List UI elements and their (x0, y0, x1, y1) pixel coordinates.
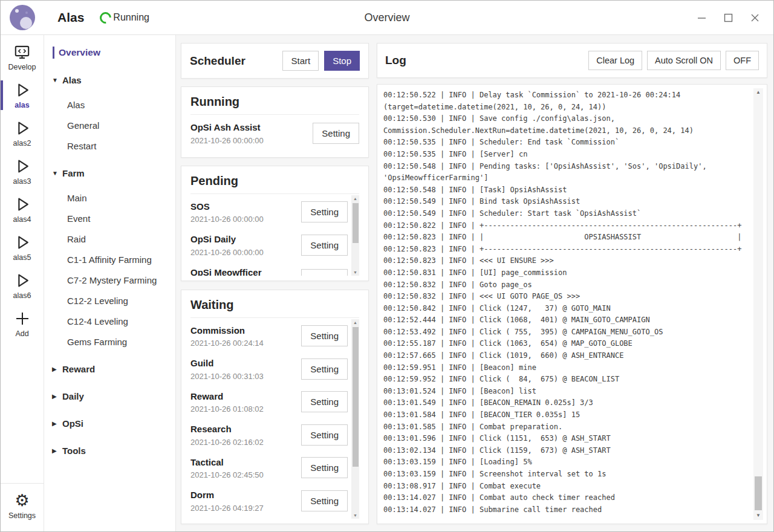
menu-item-label: C12-4 Leveling (67, 316, 128, 326)
rail-item-add[interactable]: Add (1, 305, 44, 343)
menu-item-alas[interactable]: Alas (44, 70, 175, 90)
log-scrollbar[interactable]: ▲ ▼ (753, 88, 763, 520)
setting-button[interactable]: Setting (301, 490, 348, 511)
gear-icon: ⚙ (15, 491, 29, 510)
setting-button[interactable]: Setting (301, 235, 348, 256)
setting-button[interactable]: Setting (301, 201, 348, 222)
waiting-card: Waiting Commission 2021-10-26 00:24:14 S… (181, 290, 369, 525)
menu-item-alas[interactable]: Alas (44, 94, 175, 115)
scroll-up-icon[interactable]: ▲ (756, 88, 761, 97)
setting-button[interactable]: Setting (301, 269, 348, 276)
overview-column: Scheduler Start Stop Running OpSi Ash As… (176, 35, 374, 531)
setting-button[interactable]: Setting (301, 358, 348, 380)
rail-item-alas5[interactable]: alas5 (1, 229, 44, 267)
menu-item-raid[interactable]: Raid (44, 229, 175, 249)
menu-item-opsi[interactable]: OpSi (44, 413, 175, 433)
menu-item-label: Alas (62, 75, 82, 85)
menu-item-label: Gems Farming (67, 337, 127, 347)
auto-scroll-off-button[interactable]: OFF (726, 51, 759, 70)
menu-item-c12-4-leveling[interactable]: C12-4 Leveling (44, 311, 175, 331)
rail-item-alas[interactable]: alas (1, 77, 44, 115)
scrollbar-thumb[interactable] (353, 203, 359, 244)
menu-item-tools[interactable]: Tools (44, 440, 175, 461)
pending-scrollbar[interactable]: ▲ ▼ (351, 195, 359, 276)
menu-item-gems-farming[interactable]: Gems Farming (44, 331, 175, 352)
menu-item-daily[interactable]: Daily (44, 386, 175, 406)
auto-scroll-on-button[interactable]: Auto Scroll ON (647, 51, 721, 70)
running-title: Running (190, 95, 359, 109)
rail-item-alas2[interactable]: alas2 (1, 115, 44, 153)
running-spinner-icon (97, 10, 114, 26)
menu-item-restart[interactable]: Restart (44, 135, 175, 156)
setting-button[interactable]: Setting (313, 123, 359, 144)
instance-rail: Develop alas alas2 alas3 (1, 35, 44, 531)
menu-item-label: C7-2 Mystery Farming (67, 275, 157, 285)
task-name: Reward (190, 391, 296, 403)
menu-item-farm[interactable]: Farm (44, 163, 175, 183)
scroll-up-icon[interactable]: ▲ (353, 319, 357, 326)
rail-item-settings[interactable]: ⚙ Settings (1, 487, 44, 525)
log-column: Log Clear Log Auto Scroll ON OFF 00:12:5… (374, 35, 773, 531)
rail-item-develop[interactable]: Develop (1, 39, 44, 77)
scheduler-card: Scheduler Start Stop (181, 43, 369, 79)
rail-item-label: Settings (8, 511, 36, 520)
scroll-down-icon[interactable]: ▼ (353, 269, 357, 276)
maximize-icon[interactable] (719, 8, 737, 27)
clear-log-button[interactable]: Clear Log (588, 51, 642, 70)
waiting-scrollbar[interactable]: ▲ ▼ (351, 319, 359, 519)
menu-item-c12-2-leveling[interactable]: C12-2 Leveling (44, 290, 175, 311)
log-header-card: Log Clear Log Auto Scroll ON OFF (377, 43, 767, 78)
play-icon (13, 81, 31, 99)
rail-item-label: alas3 (13, 177, 31, 186)
status-label: Running (113, 12, 149, 23)
menu-item-c1-1-affinity-farming[interactable]: C1-1 Affinity Farming (44, 249, 175, 270)
setting-button[interactable]: Setting (301, 424, 348, 446)
setting-button[interactable]: Setting (301, 325, 348, 346)
task-name: Research (190, 423, 296, 435)
main-area: Develop alas alas2 alas3 (1, 35, 773, 531)
menu-item-label: Restart (67, 141, 96, 151)
rail-item-label: Develop (8, 63, 36, 71)
task-row: OpSi Daily 2021-10-26 00:00:00 Setting (190, 228, 348, 261)
task-row: Dorm 2021-10-26 04:19:27 Setting (190, 484, 348, 517)
menu-item-label: General (67, 120, 99, 131)
rail-item-alas4[interactable]: alas4 (1, 191, 44, 229)
setting-button[interactable]: Setting (301, 457, 348, 478)
task-time: 2021-10-26 00:31:03 (190, 372, 296, 381)
task-time: 2021-10-26 00:00:00 (190, 248, 296, 257)
scheduler-status: Running (100, 12, 149, 24)
scrollbar-thumb[interactable] (755, 476, 762, 510)
scroll-down-icon[interactable]: ▼ (756, 511, 761, 520)
task-time: 2021-10-26 01:08:02 (190, 404, 296, 414)
scroll-up-icon[interactable]: ▲ (353, 195, 357, 202)
waiting-title: Waiting (190, 298, 359, 312)
rail-item-alas6[interactable]: alas6 (1, 267, 44, 305)
menu-item-general[interactable]: General (44, 115, 175, 135)
group-arrow-icon (52, 447, 62, 454)
task-name: OpSi Daily (190, 233, 296, 245)
rail-item-label: alas4 (13, 215, 31, 224)
stop-button[interactable]: Stop (324, 51, 360, 71)
group-arrow-icon (52, 420, 62, 427)
minimize-icon[interactable] (692, 8, 711, 27)
menu-item-reward[interactable]: Reward (44, 358, 175, 379)
menu-item-event[interactable]: Event (44, 208, 175, 229)
close-icon[interactable] (746, 8, 764, 27)
rail-item-alas3[interactable]: alas3 (1, 153, 44, 191)
app-title: Alas (57, 10, 84, 25)
divider (190, 114, 359, 115)
start-button[interactable]: Start (282, 51, 319, 71)
task-row: Tactical 2021-10-26 02:45:50 Setting (190, 451, 348, 484)
rail-item-label: alas (15, 101, 29, 109)
scroll-down-icon[interactable]: ▼ (353, 512, 357, 519)
pending-card: Pending SOS 2021-10-26 00:00:00 Setting (181, 166, 369, 281)
menu-item-overview[interactable]: Overview (44, 42, 175, 63)
task-time: 2021-10-26 00:00:00 (190, 136, 308, 145)
menu-item-label: C12-2 Leveling (67, 296, 128, 306)
task-row: Research 2021-10-26 02:16:02 Setting (190, 418, 348, 451)
scrollbar-thumb[interactable] (353, 327, 359, 467)
menu-item-main[interactable]: Main (44, 187, 175, 208)
menu-item-c7-2-mystery-farming[interactable]: C7-2 Mystery Farming (44, 270, 175, 290)
setting-button[interactable]: Setting (301, 391, 348, 412)
menu-item-label: Raid (67, 234, 86, 244)
